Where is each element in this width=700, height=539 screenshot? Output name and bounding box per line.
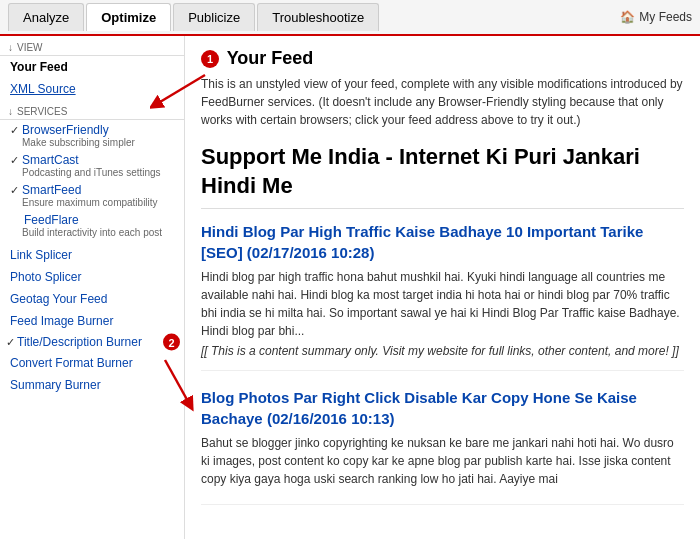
- feedflare-label: FeedFlare: [10, 213, 79, 227]
- sidebar-item-convert-format-burner[interactable]: Convert Format Burner: [0, 352, 184, 374]
- article-1-title[interactable]: Hindi Blog Par High Traffic Kaise Badhay…: [201, 221, 684, 263]
- top-nav: Analyze Optimize Publicize Troubleshooti…: [0, 0, 700, 36]
- article-1-body: Hindi blog par high traffic hona bahut m…: [201, 268, 684, 340]
- tab-troubleshootize[interactable]: Troubleshootize: [257, 3, 379, 31]
- content-area: 1 Your Feed This is an unstyled view of …: [185, 36, 700, 539]
- sidebar-item-summary-burner[interactable]: Summary Burner: [0, 374, 184, 396]
- sidebar-item-your-feed[interactable]: Your Feed: [0, 56, 184, 78]
- browserfriendly-check-icon: ✓: [10, 124, 19, 137]
- feed-title: Support Me India - Internet Ki Puri Jank…: [201, 143, 684, 209]
- article-2: Blog Photos Par Right Click Disable Kar …: [201, 387, 684, 505]
- browserfriendly-desc: Make subscribing simpler: [10, 137, 176, 148]
- smartcast-label: SmartCast: [22, 153, 79, 167]
- sidebar-item-smartfeed[interactable]: ✓ SmartFeed Ensure maximum compatibility: [0, 180, 184, 210]
- article-1-note: [[ This is a content summary only. Visit…: [201, 344, 684, 358]
- my-feeds-label: My Feeds: [639, 10, 692, 24]
- services-section-label: ↓ SERVICES: [0, 100, 184, 120]
- article-2-date: (02/16/2016 10:13): [267, 410, 395, 427]
- sidebar: ↓ VIEW Your Feed XML Source ↓ SERVICES ✓…: [0, 36, 185, 539]
- feedflare-desc: Build interactivity into each post: [10, 227, 176, 238]
- sidebar-item-geotag[interactable]: Geotag Your Feed: [0, 288, 184, 310]
- smartfeed-check-icon: ✓: [10, 184, 19, 197]
- smartcast-desc: Podcasting and iTunes settings: [10, 167, 176, 178]
- view-section-label: ↓ VIEW: [0, 36, 184, 56]
- view-arrow-icon: ↓: [8, 42, 13, 53]
- badge-2: 2: [163, 334, 180, 351]
- sidebar-item-browserfriendly[interactable]: ✓ BrowserFriendly Make subscribing simpl…: [0, 120, 184, 150]
- sidebar-item-xml-source[interactable]: XML Source: [0, 78, 184, 100]
- tab-analyze[interactable]: Analyze: [8, 3, 84, 31]
- app-container: Analyze Optimize Publicize Troubleshooti…: [0, 0, 700, 539]
- article-1-date: (02/17/2016 10:28): [247, 244, 375, 261]
- article-1: Hindi Blog Par High Traffic Kaise Badhay…: [201, 221, 684, 371]
- article-2-title[interactable]: Blog Photos Par Right Click Disable Kar …: [201, 387, 684, 429]
- browserfriendly-label: BrowserFriendly: [22, 123, 109, 137]
- smartcast-check-icon: ✓: [10, 154, 19, 167]
- article-2-body: Bahut se blogger jinko copyrighting ke n…: [201, 434, 684, 488]
- smartfeed-label: SmartFeed: [22, 183, 81, 197]
- home-icon: 🏠: [620, 10, 635, 24]
- sidebar-item-link-splicer[interactable]: Link Splicer: [0, 244, 184, 266]
- sidebar-item-smartcast[interactable]: ✓ SmartCast Podcasting and iTunes settin…: [0, 150, 184, 180]
- title-burner-label: Title/Description Burner: [17, 335, 142, 349]
- services-arrow-icon: ↓: [8, 106, 13, 117]
- page-title: 1 Your Feed: [201, 48, 684, 69]
- sidebar-item-feedflare[interactable]: FeedFlare Build interactivity into each …: [0, 210, 184, 240]
- sidebar-item-photo-splicer[interactable]: Photo Splicer: [0, 266, 184, 288]
- my-feeds-link[interactable]: 🏠 My Feeds: [620, 10, 692, 24]
- title-burner-check-icon: ✓: [6, 336, 15, 349]
- main-layout: ↓ VIEW Your Feed XML Source ↓ SERVICES ✓…: [0, 36, 700, 539]
- sidebar-item-feed-image-burner[interactable]: Feed Image Burner: [0, 310, 184, 332]
- smartfeed-desc: Ensure maximum compatibility: [10, 197, 176, 208]
- sidebar-item-title-description-burner[interactable]: ✓ Title/Description Burner 2: [0, 332, 184, 352]
- tab-publicize[interactable]: Publicize: [173, 3, 255, 31]
- tab-optimize[interactable]: Optimize: [86, 3, 171, 31]
- badge-1: 1: [201, 50, 219, 68]
- content-intro: This is an unstyled view of your feed, c…: [201, 75, 684, 129]
